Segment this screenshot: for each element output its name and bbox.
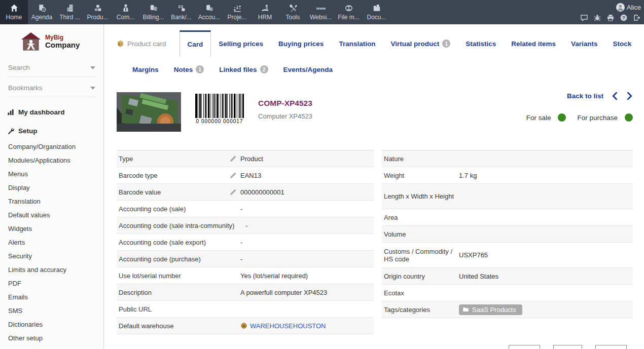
warehouse-icon — [240, 322, 247, 329]
product-details-left-table: Type Product Barcode type EAN13 Barcode … — [117, 150, 374, 334]
tab-buying-prices[interactable]: Buying prices — [271, 30, 331, 57]
virtual-product-count-badge: 1 — [442, 40, 450, 48]
bookmarks-dropdown[interactable]: Bookmarks — [7, 77, 96, 97]
field-row-customs-code: Customs / Commodity / HS code USXP765 — [382, 243, 633, 268]
logo-text-line1: MyBig — [45, 34, 80, 41]
field-row-tags-categories: Tags/categories SaaS Products — [382, 301, 633, 318]
action-button-2[interactable] — [553, 345, 582, 349]
logo-text-line2: Company — [45, 41, 80, 49]
for-sale-label: For sale — [526, 114, 551, 122]
sidebar-item-dictionaries[interactable]: Dictionaries — [0, 318, 103, 331]
topbar-item-projects[interactable]: Proje... — [223, 0, 251, 24]
company-logo: MyBig Company — [20, 31, 103, 52]
svg-text:?: ? — [622, 15, 625, 20]
sidebar-item-other-setup[interactable]: Other setup — [0, 331, 103, 345]
sidebar-item-sms[interactable]: SMS — [0, 304, 103, 318]
barcode-bars — [195, 94, 244, 118]
sidebar-item-menus[interactable]: Menus — [0, 167, 103, 181]
edit-pencil-icon[interactable] — [229, 155, 237, 163]
commerce-icon — [121, 4, 130, 13]
topbar-item-products[interactable]: Produ... — [84, 0, 112, 24]
edit-pencil-icon[interactable] — [229, 172, 237, 179]
sidebar-item-alerts[interactable]: Alerts — [0, 236, 103, 249]
barcode-image: 0 000000 000017 — [195, 94, 244, 124]
billing-icon — [149, 4, 158, 13]
left-sidebar: MyBig Company Search Bookmarks My dashbo… — [0, 24, 104, 349]
topbar-item-commerce[interactable]: Com... — [112, 0, 139, 24]
topbar-item-tools[interactable]: Tools — [279, 0, 307, 24]
third-parties-icon — [65, 4, 75, 13]
sidebar-item-widgets[interactable]: Widgets — [0, 222, 103, 236]
sidebar-item-modules-applications[interactable]: Modules/Applications — [0, 153, 103, 167]
topbar-item-website[interactable]: www Websi... — [307, 0, 335, 24]
next-record-arrow[interactable] — [626, 92, 633, 100]
field-row-dimensions: Length x Width x Height — [382, 184, 633, 209]
field-row-weight: Weight 1.7 kg — [382, 167, 633, 184]
topbar-quick-icons: ? — [580, 14, 641, 22]
tab-virtual-product[interactable]: Virtual product 1 — [383, 30, 458, 57]
sidebar-item-my-dashboard[interactable]: My dashboard — [7, 108, 103, 116]
topbar-item-third-parties[interactable]: Third ... — [56, 0, 84, 24]
topbar-item-file-manager[interactable]: File m... — [335, 0, 363, 24]
field-row-volume: Volume — [382, 226, 633, 243]
linked-files-count-badge: 2 — [260, 65, 268, 73]
page-context-label: Product card — [117, 40, 166, 48]
tab-translation[interactable]: Translation — [331, 30, 383, 57]
topbar-item-home[interactable]: Home — [0, 0, 28, 24]
sidebar-item-setup[interactable]: Setup — [7, 127, 103, 135]
sidebar-item-security[interactable]: Security — [0, 249, 103, 263]
print-icon[interactable] — [606, 14, 615, 22]
product-banner: 0 000000 000017 COMP-XP4523 Computer XP4… — [117, 92, 633, 137]
sidebar-item-default-values[interactable]: Default values — [0, 208, 103, 222]
field-row-accounting-sale: Accounting code (sale) - — [117, 201, 374, 217]
topbar-item-accounting[interactable]: Accou... — [195, 0, 223, 24]
logout-icon[interactable] — [633, 14, 641, 22]
search-dropdown[interactable]: Search — [7, 57, 96, 77]
edit-pencil-icon[interactable] — [229, 188, 237, 196]
action-button-3[interactable] — [595, 345, 627, 349]
product-cube-icon — [117, 40, 124, 48]
action-button-1[interactable] — [509, 345, 540, 349]
topbar-item-documents[interactable]: Docu... — [363, 0, 390, 24]
topbar-item-bank[interactable]: Bank/... — [167, 0, 195, 24]
tab-linked-files[interactable]: Linked files 2 — [211, 62, 275, 77]
bug-icon[interactable] — [593, 14, 601, 22]
tab-variants[interactable]: Variants — [563, 30, 605, 57]
chevron-down-icon — [90, 66, 95, 69]
bottom-action-buttons — [509, 345, 627, 349]
file-manager-icon — [344, 4, 353, 13]
field-row-origin-country: Origin country United States — [382, 268, 633, 285]
user-menu[interactable]: Alice — [616, 3, 641, 12]
sidebar-item-translation[interactable]: Translation — [0, 195, 103, 208]
bar-chart-icon — [7, 108, 15, 116]
sidebar-item-emails[interactable]: Emails — [0, 290, 103, 304]
for-sale-status-dot — [558, 113, 566, 122]
topbar-item-hrm[interactable]: HRM — [251, 0, 279, 24]
previous-record-arrow[interactable] — [612, 92, 618, 100]
help-icon[interactable]: ? — [620, 14, 628, 22]
field-row-public-url: Public URL — [117, 301, 374, 318]
tab-bar-row2: Margins Notes 1 Linked files 2 Events/Ag… — [125, 62, 644, 77]
product-photo[interactable] — [117, 92, 181, 132]
tab-card[interactable]: Card — [180, 30, 211, 57]
back-to-list-link[interactable]: Back to list — [567, 92, 603, 100]
tab-margins[interactable]: Margins — [125, 62, 166, 77]
tab-statistics[interactable]: Statistics — [458, 30, 504, 57]
tab-notes[interactable]: Notes 1 — [166, 62, 212, 77]
topbar-item-billing[interactable]: Billing... — [139, 0, 167, 24]
tab-selling-prices[interactable]: Selling prices — [211, 30, 271, 57]
tab-events-agenda[interactable]: Events/Agenda — [276, 62, 341, 77]
product-details-right-table: Nature Weight 1.7 kg Length x Width x He… — [382, 150, 633, 318]
chat-icon[interactable] — [580, 14, 588, 22]
tab-stock[interactable]: Stock — [605, 30, 639, 57]
sidebar-item-display[interactable]: Display — [0, 181, 103, 195]
warehouse-link[interactable]: WAREHOUSEHOUSTON — [250, 322, 326, 330]
sidebar-item-company-organization[interactable]: Company/Organization — [0, 140, 103, 153]
topbar-item-agenda[interactable]: Agenda — [28, 0, 56, 24]
sidebar-item-limits-accuracy[interactable]: Limits and accuracy — [0, 263, 103, 277]
category-tag[interactable]: SaaS Products — [459, 304, 522, 315]
tab-related-items[interactable]: Related items — [504, 30, 563, 57]
sidebar-item-pdf[interactable]: PDF — [0, 277, 103, 290]
field-row-barcode-value: Barcode value 000000000001 — [117, 184, 374, 201]
tab-bar: Product card Card Selling prices Buying … — [117, 30, 644, 57]
